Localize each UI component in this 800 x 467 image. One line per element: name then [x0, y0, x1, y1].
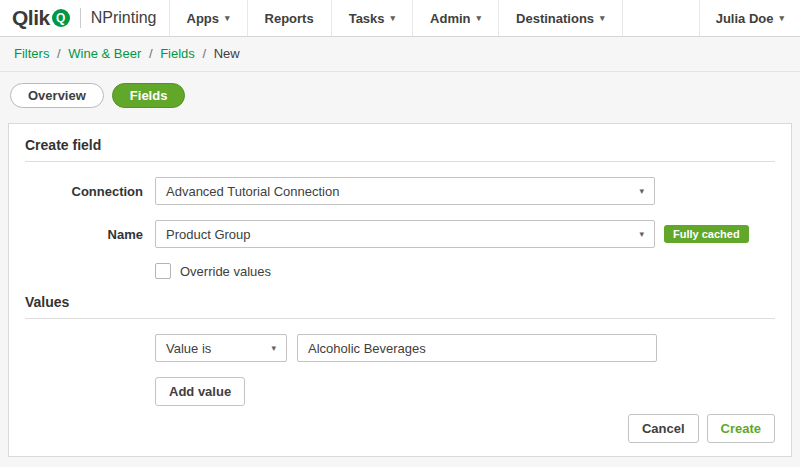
fully-cached-badge: Fully cached: [664, 225, 749, 243]
breadcrumb-separator: /: [149, 46, 153, 61]
override-values-row: Override values: [25, 263, 775, 279]
value-row: Value is ▾: [25, 334, 775, 362]
override-values-checkbox[interactable]: [155, 263, 171, 279]
chevron-down-icon: ▾: [477, 14, 482, 23]
tab-overview[interactable]: Overview: [10, 83, 104, 108]
qlik-q-logo-icon: Q: [52, 9, 70, 27]
create-field-panel: Create field Connection Advanced Tutoria…: [8, 123, 792, 457]
cancel-button[interactable]: Cancel: [628, 414, 699, 443]
connection-select[interactable]: Advanced Tutorial Connection ▾: [155, 177, 655, 205]
chevron-down-icon: ▾: [600, 14, 605, 23]
chevron-down-icon: ▾: [271, 344, 276, 353]
form-actions: Cancel Create: [628, 414, 775, 443]
chevron-down-icon: ▾: [639, 187, 644, 196]
chevron-down-icon: ▾: [225, 14, 230, 23]
connection-label: Connection: [25, 184, 155, 199]
main-menu: Apps ▾ Reports Tasks ▾ Admin ▾ Destinati…: [169, 0, 623, 36]
nav-item-label: Reports: [265, 11, 314, 26]
breadcrumb: Filters / Wine & Beer / Fields / New: [0, 37, 800, 72]
nav-item-reports[interactable]: Reports: [247, 0, 331, 36]
nav-item-label: Admin: [430, 11, 470, 26]
name-label: Name: [25, 227, 155, 242]
value-input[interactable]: [297, 334, 657, 362]
nav-item-label: Destinations: [516, 11, 594, 26]
logo-divider: [80, 8, 81, 28]
name-selected-value: Product Group: [166, 227, 251, 242]
name-row: Name Product Group ▾ Fully cached: [25, 220, 775, 248]
user-menu[interactable]: Julia Doe ▾: [699, 0, 800, 36]
add-value-row: Add value: [25, 377, 775, 406]
user-name: Julia Doe: [716, 11, 774, 26]
create-field-title: Create field: [25, 137, 775, 153]
condition-selected-value: Value is: [166, 341, 211, 356]
name-select[interactable]: Product Group ▾: [155, 220, 655, 248]
breadcrumb-link-fields[interactable]: Fields: [160, 46, 195, 61]
values-section-title: Values: [25, 294, 775, 310]
connection-row: Connection Advanced Tutorial Connection …: [25, 177, 775, 205]
nav-item-label: Apps: [187, 11, 220, 26]
view-tabs: Overview Fields: [0, 72, 800, 118]
connection-selected-value: Advanced Tutorial Connection: [166, 184, 339, 199]
nav-item-apps[interactable]: Apps ▾: [169, 0, 247, 36]
override-values-label: Override values: [180, 264, 271, 279]
chevron-down-icon: ▾: [779, 14, 784, 23]
value-condition-select[interactable]: Value is ▾: [155, 334, 287, 362]
tab-fields[interactable]: Fields: [112, 83, 186, 108]
breadcrumb-separator: /: [202, 46, 206, 61]
top-navbar: Qlik Q NPrinting Apps ▾ Reports Tasks ▾ …: [0, 0, 800, 37]
chevron-down-icon: ▾: [639, 230, 644, 239]
nav-item-label: Tasks: [349, 11, 385, 26]
breadcrumb-separator: /: [57, 46, 61, 61]
product-name: NPrinting: [91, 9, 157, 27]
section-divider: [25, 161, 775, 162]
qlik-logo-text: Qlik: [12, 6, 50, 30]
breadcrumb-link-wine-and-beer[interactable]: Wine & Beer: [68, 46, 141, 61]
add-value-button[interactable]: Add value: [155, 377, 245, 406]
nav-item-destinations[interactable]: Destinations ▾: [498, 0, 623, 36]
breadcrumb-link-filters[interactable]: Filters: [14, 46, 49, 61]
qlik-logo[interactable]: Qlik Q NPrinting: [0, 0, 169, 36]
section-divider: [25, 318, 775, 319]
chevron-down-icon: ▾: [391, 14, 396, 23]
breadcrumb-current: New: [214, 46, 240, 61]
create-button[interactable]: Create: [707, 414, 775, 443]
nav-item-admin[interactable]: Admin ▾: [412, 0, 498, 36]
nav-item-tasks[interactable]: Tasks ▾: [331, 0, 412, 36]
